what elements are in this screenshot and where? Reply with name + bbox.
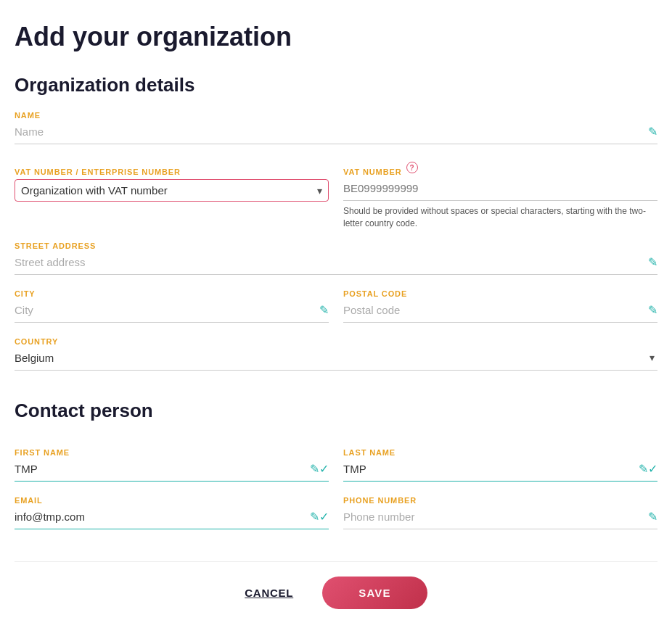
street-edit-icon: ✎ [648,255,657,269]
phone-col: PHONE NUMBER ✎ [343,484,657,532]
country-select-wrapper[interactable]: Belgium Netherlands France Germany Luxem… [15,349,657,371]
country-label: COUNTRY [15,337,657,346]
vat-row: VAT NUMBER / ENTERPRISE NUMBER Organizat… [15,156,657,230]
first-name-input[interactable] [15,460,307,478]
vat-dropdown[interactable]: Organization with VAT number Organizatio… [21,184,322,197]
first-name-wrapper: ✎✓ [15,460,329,482]
save-button[interactable]: SAVE [322,577,427,609]
street-field-wrapper: ✎ [15,253,657,275]
vat-number-input[interactable] [343,179,657,197]
org-details-section: Organization details NAME ✎ VAT NUMBER /… [15,74,657,371]
postal-edit-icon: ✎ [648,303,657,317]
name-edit-icon: ✎ [648,125,657,139]
postal-label: POSTAL CODE [343,289,657,298]
postal-input[interactable] [343,301,645,319]
city-col: CITY ✎ [15,278,329,326]
city-edit-icon: ✎ [319,303,329,317]
contact-section: Contact person FIRST NAME ✎✓ LAST NAME ✎… [15,400,657,532]
postal-field-wrapper: ✎ [343,301,657,323]
city-postal-row: CITY ✎ POSTAL CODE ✎ [15,278,657,326]
city-label: CITY [15,289,329,298]
page-title: Add your organization [15,22,657,52]
name-field-wrapper: ✎ [15,123,657,144]
country-select[interactable]: Belgium Netherlands France Germany Luxem… [15,349,657,367]
street-input[interactable] [15,253,645,271]
street-label: STREET ADDRESS [15,241,657,250]
email-check-icon: ✎✓ [310,510,329,524]
last-name-label: LAST NAME [343,448,657,457]
contact-section-title: Contact person [15,400,657,422]
vat-help-icon[interactable]: ? [406,162,418,173]
last-name-col: LAST NAME ✎✓ [343,437,657,484]
city-input[interactable] [15,301,316,319]
vat-number-label: VAT NUMBER [343,168,402,176]
first-name-label: FIRST NAME [15,448,329,457]
first-name-check-icon: ✎✓ [310,462,329,476]
vat-enterprise-col: VAT NUMBER / ENTERPRISE NUMBER Organizat… [15,156,329,230]
postal-col: POSTAL CODE ✎ [343,278,657,326]
phone-input[interactable] [343,508,645,526]
name-row: FIRST NAME ✎✓ LAST NAME ✎✓ [15,437,657,484]
email-label: EMAIL [15,496,329,505]
button-row: CANCEL SAVE [15,561,657,609]
vat-number-input-wrapper [343,179,657,201]
first-name-col: FIRST NAME ✎✓ [15,437,329,484]
email-phone-row: EMAIL ✎✓ PHONE NUMBER ✎ [15,484,657,532]
vat-enterprise-label: VAT NUMBER / ENTERPRISE NUMBER [15,168,329,176]
phone-wrapper: ✎ [343,508,657,529]
city-field-wrapper: ✎ [15,301,329,323]
org-section-title: Organization details [15,74,657,96]
vat-hint-text: Should be provided without spaces or spe… [343,205,657,230]
vat-number-col: VAT NUMBER ? Should be provided without … [343,156,657,230]
cancel-button[interactable]: CANCEL [245,587,293,599]
last-name-check-icon: ✎✓ [639,462,657,476]
name-input[interactable] [15,123,645,141]
phone-label: PHONE NUMBER [343,496,657,505]
phone-edit-icon: ✎ [648,510,657,524]
email-col: EMAIL ✎✓ [15,484,329,532]
email-wrapper: ✎✓ [15,508,329,529]
last-name-input[interactable] [343,460,636,478]
last-name-wrapper: ✎✓ [343,460,657,482]
vat-dropdown-wrapper[interactable]: Organization with VAT number Organizatio… [15,179,329,202]
email-input[interactable] [15,508,307,526]
name-label: NAME [15,111,657,120]
